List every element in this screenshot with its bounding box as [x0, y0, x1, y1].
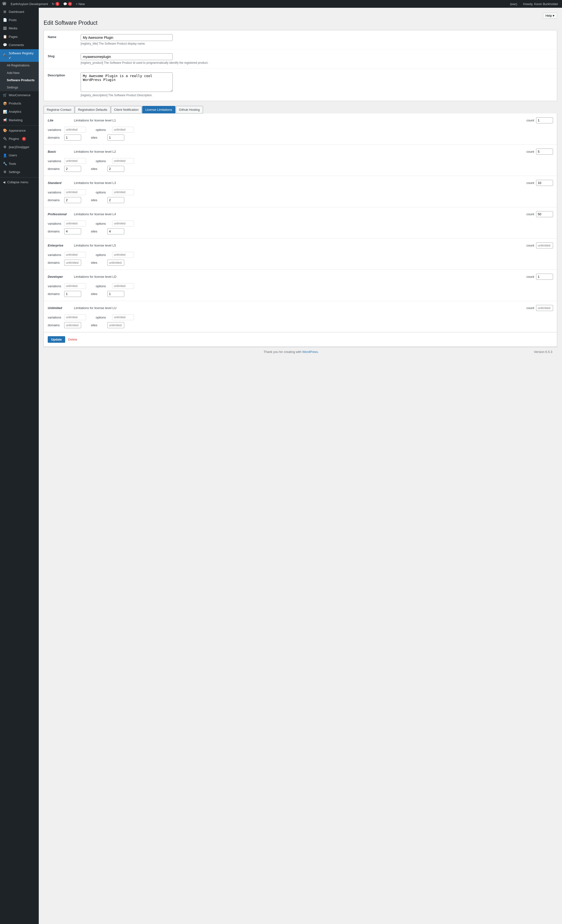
sidebar-item-marketing[interactable]: 📢 Marketing [0, 116, 39, 124]
sidebar-item-software-registry[interactable]: 🔌 Software Registry ↙ [0, 49, 39, 62]
name-input[interactable] [81, 34, 173, 41]
site-name[interactable]: EarthAsylum Development [9, 2, 50, 6]
sites-label-5: sites [91, 292, 105, 296]
comments-sidebar-icon: 💬 [3, 43, 7, 47]
sidebar-item-eac-doojigger[interactable]: ⚙ {eac}Doojigger [0, 143, 39, 151]
sites-input-6[interactable] [107, 322, 124, 328]
count-input-6[interactable] [536, 305, 553, 311]
sidebar-item-media[interactable]: 🖼 Media [0, 24, 39, 33]
domains-label-1: domains [48, 167, 62, 171]
sidebar-item-analytics[interactable]: 📊 Analytics [0, 108, 39, 116]
count-input-5[interactable] [536, 274, 553, 280]
variations-label-2: variations [48, 190, 62, 194]
tab-client-notification[interactable]: Client Notification [111, 106, 142, 114]
sites-input-2[interactable] [107, 197, 124, 203]
variations-input-6[interactable] [64, 314, 86, 320]
sites-input-0[interactable] [107, 135, 124, 141]
sites-input-3[interactable] [107, 228, 124, 234]
slug-row: Slug [registry_product] The Software Pro… [44, 50, 557, 69]
domains-input-0[interactable] [64, 135, 81, 141]
update-button[interactable]: Update [48, 336, 65, 343]
sites-label-1: sites [91, 167, 105, 171]
version-label: Version 6.5.3 [534, 350, 552, 354]
help-button[interactable]: Help ▾ [543, 13, 557, 19]
sidebar-item-appearance[interactable]: 🎨 Appearance [0, 126, 39, 135]
sidebar-item-plugins[interactable]: 🔌 Plugins 4 [0, 135, 39, 143]
description-textarea[interactable] [81, 72, 173, 92]
options-input-0[interactable] [112, 127, 134, 133]
sites-input-4[interactable] [107, 260, 124, 266]
slug-label: Slug [48, 53, 77, 58]
sidebar-item-users[interactable]: 👤 Users [0, 151, 39, 159]
wordpress-link[interactable]: WordPress [302, 350, 318, 354]
count-input-0[interactable] [536, 117, 553, 123]
count-input-2[interactable] [536, 180, 553, 186]
sidebar-item-tools[interactable]: 🔧 Tools [0, 160, 39, 168]
updates-icon[interactable]: ↻ 5 [50, 2, 61, 6]
variations-label-1: variations [48, 159, 62, 163]
comments-icon[interactable]: 💬 0 [61, 2, 74, 6]
sidebar-item-woocommerce[interactable]: 🛒 WooCommerce [0, 91, 39, 99]
options-label-1: options [96, 159, 110, 163]
sidebar-subitem-all-registrations[interactable]: All Registrations [0, 62, 39, 69]
domains-input-5[interactable] [64, 291, 81, 297]
new-content-button[interactable]: + New [74, 2, 87, 6]
count-input-4[interactable] [536, 242, 553, 249]
options-label-2: options [96, 190, 110, 194]
options-input-2[interactable] [112, 189, 134, 195]
sites-input-5[interactable] [107, 291, 124, 297]
description-field-wrap: [registry_description] The Software Prod… [81, 72, 553, 97]
collapse-icon: ◀ [3, 180, 5, 184]
count-input-3[interactable] [536, 211, 553, 217]
plugins-badge: 4 [22, 137, 26, 141]
license-level-section-standard: StandardLimitations for license level L3… [44, 176, 557, 207]
license-level-name-6: Unlimited [48, 306, 72, 310]
variations-input-3[interactable] [64, 220, 86, 226]
options-label-5: options [96, 284, 110, 288]
sites-label-6: sites [91, 323, 105, 327]
user-menu[interactable]: Howdy, Kevin Burkholder [521, 2, 560, 6]
collapse-menu-button[interactable]: ◀ Collapse menu [0, 178, 39, 186]
analytics-icon: 📊 [3, 110, 7, 114]
domains-input-3[interactable] [64, 228, 81, 234]
sidebar-item-products[interactable]: 📦 Products [0, 99, 39, 108]
domains-input-1[interactable] [64, 166, 81, 172]
domains-input-6[interactable] [64, 322, 81, 328]
variations-label-3: variations [48, 222, 62, 225]
slug-input[interactable] [81, 53, 173, 60]
options-input-1[interactable] [112, 158, 134, 164]
action-row: Update Delete [43, 332, 557, 347]
sidebar-subitem-settings[interactable]: Settings [0, 84, 39, 91]
sidebar-item-posts[interactable]: 📄 Posts [0, 16, 39, 24]
options-input-5[interactable] [112, 283, 134, 289]
license-level-header-1: BasicLimitations for license level L2cou… [48, 148, 553, 154]
variations-input-4[interactable] [64, 252, 86, 258]
tab-registration-defaults[interactable]: Registration Defaults [75, 106, 111, 114]
eac-menu[interactable]: (eac) [508, 2, 519, 6]
domains-input-4[interactable] [64, 260, 81, 266]
license-level-section-professional: ProfessionalLimitations for license leve… [44, 207, 557, 238]
tab-github-hosting[interactable]: Github Hosting [176, 106, 203, 114]
options-input-4[interactable] [112, 252, 134, 258]
sidebar-item-comments[interactable]: 💬 Comments [0, 41, 39, 49]
sidebar-item-settings[interactable]: ⚙ Settings [0, 168, 39, 176]
sidebar-subitem-software-products[interactable]: Software Products [0, 76, 39, 84]
options-input-3[interactable] [112, 220, 134, 226]
sidebar-item-pages[interactable]: 📋 Pages [0, 33, 39, 41]
variations-input-5[interactable] [64, 283, 86, 289]
variations-label-5: variations [48, 284, 62, 288]
options-input-6[interactable] [112, 314, 134, 320]
variations-input-0[interactable] [64, 127, 86, 133]
sidebar-item-dashboard[interactable]: ⊞ Dashboard [0, 8, 39, 16]
posts-icon: 📄 [3, 18, 7, 22]
variations-input-1[interactable] [64, 158, 86, 164]
count-input-1[interactable] [536, 148, 553, 154]
domains-input-2[interactable] [64, 197, 81, 203]
delete-button[interactable]: Delete [68, 336, 77, 343]
variations-input-2[interactable] [64, 189, 86, 195]
sidebar-subitem-add-new[interactable]: Add New [0, 69, 39, 76]
sites-input-1[interactable] [107, 166, 124, 172]
product-form: Name [registry_title] The Software Produ… [43, 30, 557, 101]
tab-registrar-contact[interactable]: Registrar Contact [43, 106, 74, 114]
tab-license-limitations[interactable]: License Limitations [142, 106, 175, 114]
